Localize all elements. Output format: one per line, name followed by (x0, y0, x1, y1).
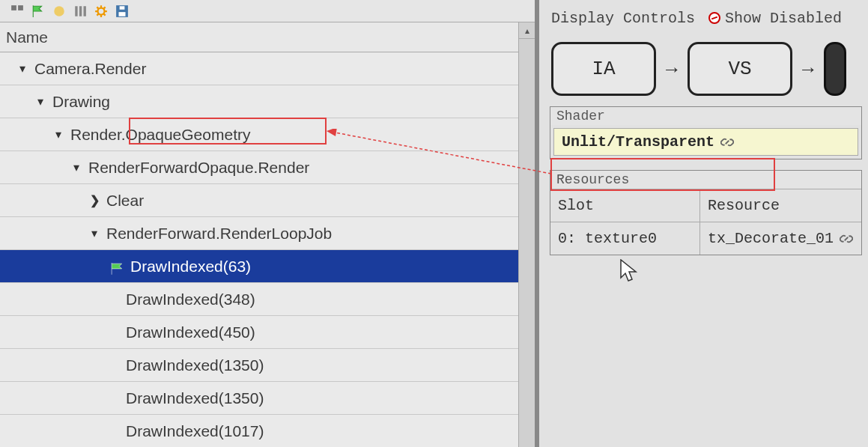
shader-name[interactable]: Unlit/Transparent (553, 128, 858, 156)
svg-rect-9 (120, 6, 125, 10)
tree-item[interactable]: ▾ Drawing (0, 85, 535, 118)
svg-rect-8 (119, 12, 126, 16)
event-tree: ▾ Camera.Render ▾ Drawing ▾ Render.Opaqu… (0, 52, 535, 447)
tree-label: DrawIndexed(1350) (126, 356, 264, 374)
tab-display-controls[interactable]: Display Controls (551, 10, 695, 27)
resources-group: Resources Slot Resource 0: texture0 tx_D… (550, 170, 862, 255)
pipeline-stages: IA → VS → (544, 42, 868, 96)
flag-icon[interactable] (31, 4, 45, 18)
tree-item[interactable]: DrawIndexed(1350) (0, 349, 535, 382)
svg-point-2 (54, 6, 64, 16)
column-header-name[interactable]: Name (0, 22, 535, 52)
pipeline-state-panel: Display Controls Show Disabled IA → VS →… (539, 0, 868, 447)
toolbar-icon[interactable] (52, 4, 66, 18)
group-title: Shader (550, 107, 861, 125)
tree-label: Clear (106, 192, 144, 210)
scroll-up-icon[interactable]: ▴ (519, 22, 535, 39)
tree-item[interactable]: DrawIndexed(348) (0, 283, 535, 316)
tree-item[interactable]: ▾ Render.OpaqueGeometry (0, 118, 535, 151)
arrow-right-icon: → (662, 58, 682, 81)
svg-rect-1 (18, 5, 23, 10)
svg-rect-4 (79, 6, 82, 16)
stage-next[interactable] (824, 42, 846, 96)
tree-item[interactable]: ❯ Clear (0, 184, 535, 217)
tree-item-selected[interactable]: DrawIndexed(63) (0, 250, 535, 283)
group-title: Resources (550, 171, 861, 189)
table-row[interactable]: 0: texture0 tx_Decorate_01 (550, 222, 861, 255)
svg-rect-5 (84, 6, 86, 16)
event-tree-panel: Name ▾ Camera.Render ▾ Drawing ▾ Render.… (0, 0, 539, 447)
link-icon[interactable] (720, 136, 734, 149)
tree-label: Camera.Render (34, 60, 146, 78)
resources-table: Slot Resource 0: texture0 tx_Decorate_01 (550, 189, 861, 255)
chevron-right-icon[interactable]: ❯ (87, 193, 102, 207)
tree-label: RenderForwardOpaque.Render (88, 159, 309, 177)
tree-label: DrawIndexed(450) (126, 323, 255, 341)
tree-item[interactable]: ▾ Camera.Render (0, 52, 535, 85)
save-icon[interactable] (115, 4, 129, 18)
chevron-down-icon[interactable]: ▾ (51, 127, 66, 142)
tree-label: RenderForward.RenderLoopJob (106, 225, 332, 243)
tree-item[interactable]: ▾ RenderForward.RenderLoopJob (0, 217, 535, 250)
col-resource[interactable]: Resource (700, 189, 861, 222)
stage-vs[interactable]: VS (688, 42, 792, 96)
svg-rect-3 (75, 6, 77, 16)
tree-label: DrawIndexed(63) (130, 258, 251, 276)
toolbar (0, 0, 535, 22)
toolbar-icon[interactable] (10, 4, 24, 18)
chevron-down-icon[interactable]: ▾ (15, 61, 30, 76)
flag-icon (111, 261, 124, 273)
tree-label: Render.OpaqueGeometry (70, 126, 250, 144)
disabled-icon (708, 12, 720, 24)
cell-slot: 0: texture0 (550, 222, 700, 255)
stage-ia[interactable]: IA (551, 42, 656, 96)
arrow-right-icon: → (798, 58, 818, 81)
col-slot[interactable]: Slot (550, 189, 700, 222)
svg-rect-0 (11, 5, 16, 10)
shader-group: Shader Unlit/Transparent (550, 106, 862, 159)
table-header: Slot Resource (550, 189, 861, 222)
chevron-down-icon[interactable]: ▾ (87, 226, 102, 240)
display-tabs: Display Controls Show Disabled (544, 4, 868, 31)
chevron-down-icon[interactable]: ▾ (33, 94, 48, 109)
gear-icon[interactable] (94, 4, 108, 18)
tree-label: DrawIndexed(1350) (126, 389, 264, 407)
tree-label: Drawing (52, 93, 110, 111)
header-label: Name (6, 28, 48, 46)
cell-resource: tx_Decorate_01 (700, 222, 861, 255)
vertical-scrollbar[interactable]: ▴ (518, 22, 535, 447)
tab-show-disabled[interactable]: Show Disabled (708, 10, 842, 27)
tree-item[interactable]: ▾ RenderForwardOpaque.Render (0, 151, 535, 184)
chevron-down-icon[interactable]: ▾ (69, 160, 84, 174)
tree-label: DrawIndexed(348) (126, 291, 255, 308)
tree-item[interactable]: DrawIndexed(450) (0, 316, 535, 349)
svg-point-6 (98, 7, 105, 14)
tree-item[interactable]: DrawIndexed(1350) (0, 382, 535, 415)
toolbar-icon[interactable] (73, 4, 87, 18)
link-icon[interactable] (840, 232, 853, 246)
tree-label: DrawIndexed(1017) (126, 422, 264, 440)
tree-item[interactable]: DrawIndexed(1017) (0, 415, 535, 447)
